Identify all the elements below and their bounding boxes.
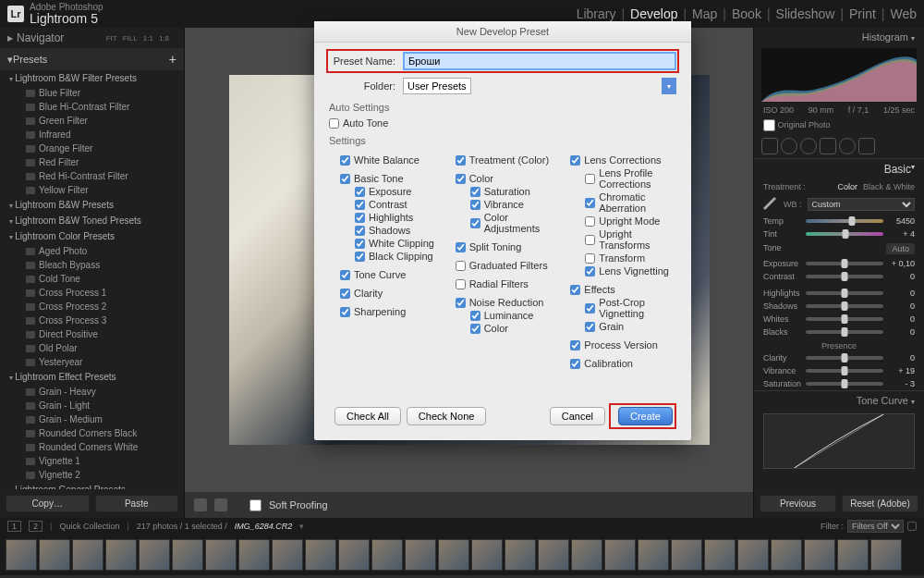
setting-checkbox[interactable]: Black Clipping (340, 250, 446, 263)
filter-select[interactable]: Filters Off (847, 520, 904, 533)
setting-checkbox[interactable]: Tone Curve (340, 268, 446, 281)
preset-item[interactable]: Yellow Filter (0, 183, 184, 197)
filmstrip-thumb[interactable] (837, 539, 869, 571)
setting-checkbox[interactable]: Sharpening (340, 305, 446, 318)
preset-item[interactable]: Yesteryear (0, 355, 184, 369)
crop-tool-icon[interactable] (761, 138, 778, 154)
graduated-tool-icon[interactable] (820, 138, 836, 154)
preset-item[interactable]: Bleach Bypass (0, 258, 184, 272)
preset-folder[interactable]: Lightroom B&W Presets (0, 197, 184, 213)
preset-item[interactable]: Cold Tone (0, 272, 184, 286)
setting-checkbox[interactable]: Lens Vignetting (570, 264, 676, 277)
filmstrip-thumb[interactable] (804, 539, 835, 571)
wb-select[interactable]: Custom (808, 198, 916, 211)
nav-zoom-option[interactable]: FIT (106, 34, 117, 43)
treatment-color[interactable]: Color (837, 182, 857, 191)
setting-checkbox[interactable]: Calibration (570, 357, 676, 370)
second-window-icon[interactable]: 2 (29, 521, 43, 532)
module-tab-print[interactable]: Print (849, 6, 876, 22)
filmstrip-thumb[interactable] (505, 539, 536, 571)
filmstrip-thumb[interactable] (671, 539, 702, 571)
setting-checkbox[interactable]: Radial Filters (456, 277, 562, 290)
vibrance-slider[interactable]: Vibrance+ 19 (754, 364, 924, 377)
filmstrip-thumb[interactable] (139, 539, 170, 571)
navigator-header[interactable]: ▶ Navigator FITFILL1:11:8 (0, 28, 184, 48)
setting-checkbox[interactable]: White Clipping (340, 237, 446, 250)
filmstrip-thumb[interactable] (771, 539, 802, 571)
preset-item[interactable]: Vignette 2 (0, 468, 184, 482)
filmstrip-thumb[interactable] (571, 539, 602, 571)
preset-item[interactable]: Rounded Corners White (0, 440, 184, 454)
source-label[interactable]: Quick Collection (59, 522, 119, 531)
preset-item[interactable]: Infrared (0, 128, 184, 141)
setting-checkbox[interactable]: Basic Tone (340, 172, 446, 185)
setting-checkbox[interactable]: Upright Transforms (570, 228, 676, 252)
module-tab-develop[interactable]: Develop (630, 6, 677, 22)
preset-folder[interactable]: Lightroom Color Presets (0, 228, 184, 244)
setting-checkbox[interactable]: Effects (570, 283, 676, 296)
filmstrip-thumb[interactable] (638, 539, 669, 571)
eyedropper-icon[interactable] (763, 197, 778, 212)
check-none-button[interactable]: Check None (407, 407, 487, 425)
setting-checkbox[interactable]: Luminance (456, 309, 562, 322)
module-tab-map[interactable]: Map (692, 6, 717, 22)
preset-item[interactable]: Aged Photo (0, 244, 184, 258)
preset-item[interactable]: Orange Filter (0, 141, 184, 155)
preset-item[interactable]: Vignette 1 (0, 454, 184, 468)
preset-item[interactable]: Blue Hi-Contrast Filter (0, 100, 184, 114)
filmstrip-thumb[interactable] (737, 539, 769, 571)
filmstrip-thumb[interactable] (538, 539, 569, 571)
tone-curve-header[interactable]: Tone Curve ▾ (754, 390, 924, 410)
cancel-button[interactable]: Cancel (550, 407, 605, 425)
module-tab-library[interactable]: Library (577, 6, 616, 22)
soft-proofing-checkbox[interactable] (249, 499, 261, 511)
preset-item[interactable]: Cross Process 1 (0, 286, 184, 300)
setting-checkbox[interactable]: Color Adjustments (456, 211, 562, 235)
preset-item[interactable]: Grain - Medium (0, 412, 184, 426)
histogram-chart[interactable] (761, 48, 917, 102)
nav-zoom-option[interactable]: 1:8 (159, 34, 169, 43)
setting-checkbox[interactable]: White Balance (340, 154, 446, 166)
filmstrip-thumb[interactable] (604, 539, 636, 571)
setting-checkbox[interactable]: Exposure (340, 185, 446, 198)
preset-folder[interactable]: Lightroom Effect Presets (0, 369, 184, 385)
filmstrip-thumb[interactable] (438, 539, 469, 571)
filmstrip-thumb[interactable] (272, 539, 303, 571)
exposure-slider[interactable]: Exposure+ 0,10 (754, 257, 924, 270)
setting-checkbox[interactable]: Contrast (340, 198, 446, 211)
setting-checkbox[interactable]: Saturation (456, 185, 562, 198)
clarity-slider[interactable]: Clarity0 (754, 351, 924, 364)
module-tab-book[interactable]: Book (732, 6, 761, 22)
preset-item[interactable]: Blue Filter (0, 86, 184, 100)
paste-button[interactable]: Paste (95, 495, 179, 512)
filmstrip-thumb[interactable] (72, 539, 103, 571)
preset-item[interactable]: Red Hi-Contrast Filter (0, 169, 184, 183)
histogram-header[interactable]: Histogram ▾ (754, 28, 924, 46)
filmstrip-thumb[interactable] (6, 539, 37, 571)
preset-folder[interactable]: Lightroom B&W Filter Presets (0, 70, 184, 86)
auto-tone-checkbox[interactable]: Auto Tone (329, 117, 676, 129)
setting-checkbox[interactable]: Post-Crop Vignetting (570, 296, 676, 320)
setting-checkbox[interactable]: Transform (570, 252, 676, 264)
preset-item[interactable]: Green Filter (0, 114, 184, 128)
blacks-slider[interactable]: Blacks0 (754, 326, 924, 338)
check-all-button[interactable]: Check All (334, 407, 401, 425)
temp-slider[interactable]: Temp5450 (754, 215, 924, 228)
spot-tool-icon[interactable] (781, 138, 797, 154)
auto-tone-button[interactable]: Auto (886, 243, 915, 254)
preset-name-input[interactable] (403, 52, 676, 70)
whites-slider[interactable]: Whites0 (754, 313, 924, 326)
filmstrip-thumb[interactable] (172, 539, 203, 571)
preset-folder[interactable]: Lightroom B&W Toned Presets (0, 213, 184, 228)
setting-checkbox[interactable]: Clarity (340, 287, 446, 300)
treatment-bw[interactable]: Black & White (863, 182, 915, 191)
brush-tool-icon[interactable] (858, 138, 875, 154)
filmstrip-thumb[interactable] (338, 539, 370, 571)
preset-item[interactable]: Red Filter (0, 155, 184, 169)
basic-panel-header[interactable]: Basic ▾ (754, 158, 924, 179)
setting-checkbox[interactable]: Shadows (340, 224, 446, 237)
filmstrip-thumb[interactable] (371, 539, 403, 571)
shadows-slider[interactable]: Shadows0 (754, 300, 924, 313)
filmstrip-thumb[interactable] (471, 539, 503, 571)
setting-checkbox[interactable]: Treatment (Color) (456, 154, 562, 166)
